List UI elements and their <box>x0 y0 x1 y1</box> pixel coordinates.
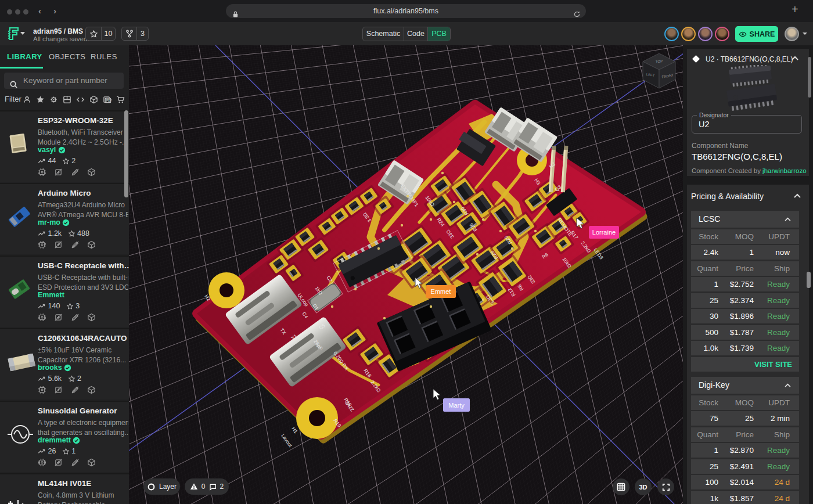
svg-text:Lorraine: Lorraine <box>592 229 616 236</box>
svg-text:Emmet: Emmet <box>431 288 451 295</box>
svg-text:TOP: TOP <box>656 60 663 64</box>
svg-text:Marty: Marty <box>448 402 465 409</box>
svg-text:PDF: PDF <box>106 99 111 103</box>
